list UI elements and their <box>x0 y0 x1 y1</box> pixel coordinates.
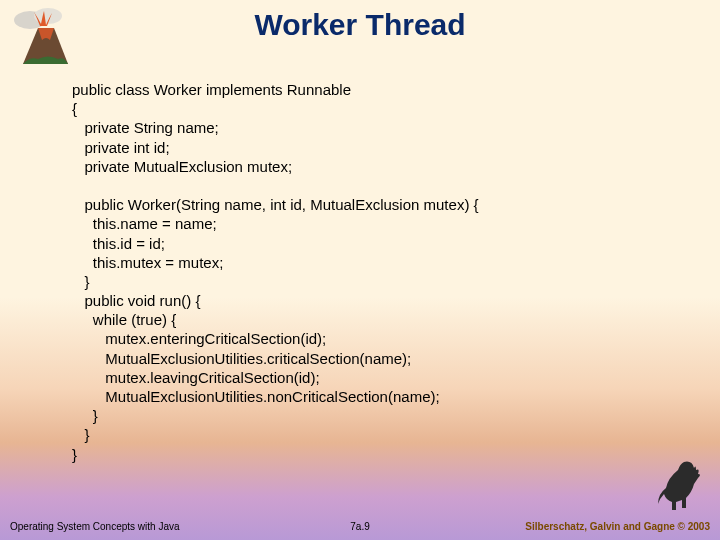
slide-title: Worker Thread <box>0 8 720 42</box>
dinosaur-icon <box>656 458 702 514</box>
code-block: public class Worker implements Runnable … <box>72 80 672 464</box>
footer-right: Silberschatz, Galvin and Gagne © 2003 <box>525 521 710 532</box>
slide: Worker Thread public class Worker implem… <box>0 0 720 540</box>
